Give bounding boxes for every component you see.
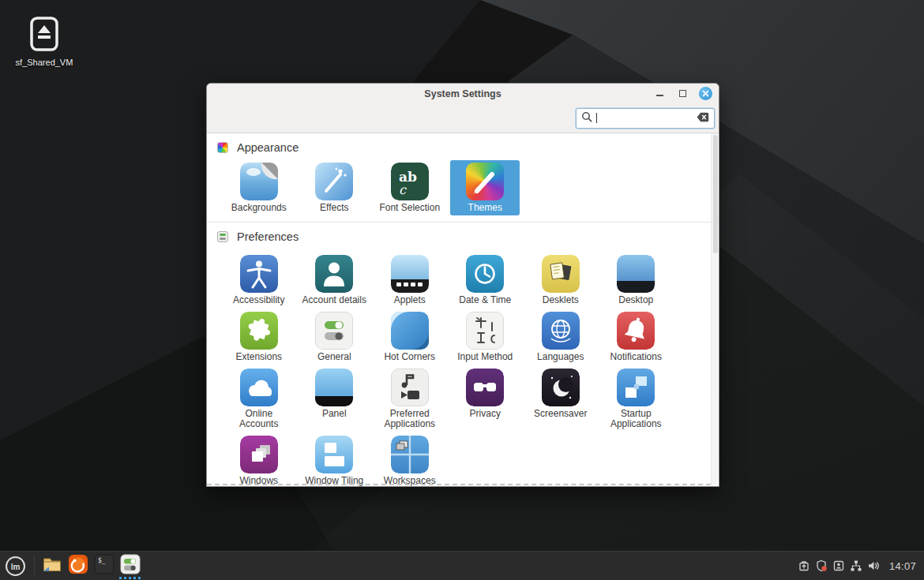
languages-icon	[542, 312, 580, 350]
preferences-section-icon	[217, 231, 228, 242]
window-title: System Settings	[424, 88, 501, 99]
tile-label: Date & Time	[459, 295, 511, 305]
screensaver-icon	[542, 369, 580, 406]
close-button[interactable]	[699, 87, 712, 100]
section-preferences: Preferences	[207, 229, 719, 245]
tile-screensaver[interactable]: Screensaver	[526, 366, 595, 432]
tile-desktop[interactable]: Desktop	[601, 253, 670, 308]
tile-input-method[interactable]: Input Method	[450, 309, 520, 365]
search-icon	[581, 111, 592, 125]
account-details-icon	[315, 255, 353, 293]
tile-startup-applications[interactable]: Startup Applications	[601, 366, 670, 432]
tile-general[interactable]: General	[299, 309, 369, 365]
tile-label: Input Method	[457, 352, 513, 362]
tray-volume-icon[interactable]	[867, 559, 880, 572]
tile-label: Online Accounts	[231, 409, 287, 429]
tile-privacy[interactable]: Privacy	[450, 366, 520, 432]
scrollbar-thumb[interactable]	[713, 135, 718, 253]
tray-removable-media-icon[interactable]	[798, 559, 810, 572]
svg-text:c: c	[399, 182, 407, 197]
tile-label: Font Selection	[379, 203, 440, 213]
shortcut-label: sf_Shared_VM	[9, 58, 79, 67]
system-settings-window: System Settings	[206, 83, 719, 487]
tray-user-applet-icon[interactable]	[832, 559, 845, 572]
tile-applets[interactable]: Applets	[375, 253, 445, 308]
desklets-icon	[542, 255, 580, 293]
tile-label: Preferred Applications	[382, 409, 438, 429]
tile-windows[interactable]: Windows	[224, 433, 294, 487]
section-label: Preferences	[237, 230, 299, 243]
tile-date-time[interactable]: Date & Time	[450, 253, 520, 308]
taskbar-system-settings-button[interactable]	[117, 552, 143, 580]
text-caret	[596, 113, 597, 123]
tile-label: Desklets	[543, 295, 579, 305]
preferences-row-3: Online Accounts Panel	[207, 366, 719, 432]
tile-effects[interactable]: Effects	[299, 160, 369, 215]
mint-menu-button[interactable]: lm	[0, 552, 30, 580]
search-input[interactable]	[576, 108, 715, 129]
preferred-applications-icon	[391, 369, 429, 406]
taskbar-firefox-button[interactable]	[65, 552, 91, 580]
tile-label: Account details	[302, 295, 366, 305]
taskbar: lm	[0, 551, 924, 580]
tile-label: Languages	[537, 352, 584, 362]
firefox-icon	[68, 554, 88, 578]
tray-update-shield-icon[interactable]	[815, 559, 828, 572]
taskbar-separator	[34, 556, 35, 575]
taskbar-terminal-button[interactable]: $_	[91, 552, 117, 580]
themes-icon	[466, 163, 504, 200]
tile-themes[interactable]: Themes	[450, 160, 520, 215]
tile-extensions[interactable]: Extensions	[224, 309, 294, 365]
tile-hot-corners[interactable]: Hot Corners	[375, 309, 445, 365]
scrollbar[interactable]	[711, 133, 718, 485]
tile-account-details[interactable]: Account details	[299, 253, 369, 308]
tile-label: Privacy	[470, 409, 501, 419]
tile-label: Panel	[322, 409, 347, 419]
input-method-icon	[466, 312, 504, 350]
panel-icon	[315, 369, 353, 406]
extensions-icon	[240, 312, 278, 350]
titlebar[interactable]: System Settings	[207, 84, 719, 103]
desktop: sf_Shared_VM System Settings	[0, 0, 924, 580]
tile-panel[interactable]: Panel	[299, 366, 369, 432]
tile-notifications[interactable]: Notifications	[601, 309, 670, 365]
tray-network-icon[interactable]	[850, 559, 862, 572]
windows-icon	[240, 436, 278, 473]
tile-preferred-applications[interactable]: Preferred Applications	[375, 366, 445, 432]
tile-workspaces[interactable]: Workspaces	[375, 433, 445, 487]
tile-desklets[interactable]: Desklets	[526, 253, 595, 308]
minimize-button[interactable]	[653, 88, 666, 100]
taskbar-clock[interactable]: 14:07	[889, 560, 916, 572]
desktop-shortcut-shared-vm[interactable]: sf_Shared_VM	[9, 16, 79, 67]
scroll-undershoot-indicator	[207, 484, 711, 485]
section-divider	[207, 222, 719, 223]
tile-languages[interactable]: Languages	[526, 309, 595, 365]
workspaces-icon	[391, 436, 429, 473]
tile-online-accounts[interactable]: Online Accounts	[224, 366, 294, 432]
font-selection-icon: ab c	[391, 163, 429, 200]
backgrounds-icon	[240, 163, 278, 200]
preferences-row-2: Extensions General	[207, 309, 719, 365]
hot-corners-icon	[391, 312, 429, 350]
settings-content: Appearance Backgrounds	[207, 133, 719, 487]
online-accounts-icon	[240, 369, 278, 406]
system-settings-icon	[120, 554, 141, 578]
tile-backgrounds[interactable]: Backgrounds	[224, 160, 294, 215]
window-tiling-icon	[315, 436, 353, 473]
tile-font-selection[interactable]: ab c Font Selection	[375, 160, 445, 215]
taskbar-files-button[interactable]	[39, 552, 65, 580]
terminal-icon: $_	[94, 554, 115, 578]
clear-search-icon[interactable]	[697, 111, 709, 125]
tile-label: Screensaver	[534, 409, 587, 419]
maximize-button[interactable]	[676, 88, 689, 100]
tile-accessibility[interactable]: Accessibility	[224, 253, 294, 308]
tile-label: General	[317, 352, 351, 362]
tile-label: Notifications	[610, 352, 662, 362]
tile-label: Startup Applications	[608, 409, 663, 429]
tile-window-tiling[interactable]: Window Tiling	[299, 433, 369, 487]
svg-text:lm: lm	[10, 562, 20, 571]
notifications-icon	[617, 312, 655, 350]
tile-label: Applets	[394, 295, 426, 305]
file-manager-icon	[42, 554, 62, 578]
privacy-icon	[466, 369, 504, 406]
